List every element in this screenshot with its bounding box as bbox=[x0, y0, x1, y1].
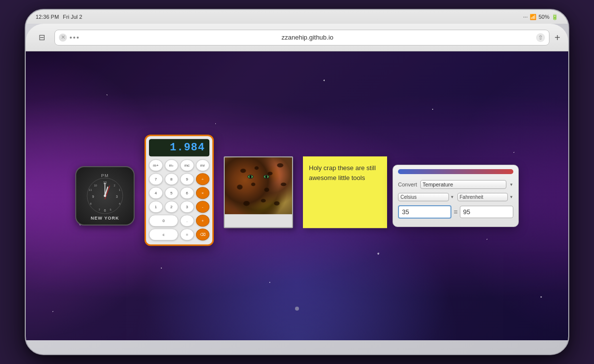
svg-text:9: 9 bbox=[92, 195, 94, 198]
svg-text:5: 5 bbox=[110, 208, 111, 211]
converter-input-row: = 95 bbox=[393, 203, 518, 221]
clock-city: NEW YORK bbox=[91, 216, 119, 221]
sidebar-icon: ⊟ bbox=[39, 33, 45, 42]
calc-btn-m-minus[interactable]: m- bbox=[165, 159, 179, 171]
screen: 12:36 PM Fri Jul 2 ··· 📶 50% 🔋 ⊟ bbox=[26, 10, 568, 340]
clock-ampm: PM bbox=[101, 173, 109, 178]
converter-type-row: Convert Temperature ▼ bbox=[393, 178, 518, 191]
dots-menu bbox=[70, 37, 79, 39]
new-tab-button[interactable]: + bbox=[554, 33, 560, 43]
leopard-eye-left bbox=[248, 175, 253, 179]
dot3 bbox=[77, 37, 79, 39]
clock-svg: 12 3 6 9 2 10 4 8 5 7 1 bbox=[85, 176, 125, 216]
wifi-icon: 📶 bbox=[530, 14, 537, 20]
calc-btn-3[interactable]: 3 bbox=[180, 201, 194, 213]
to-unit-select[interactable]: Fahrenheit bbox=[457, 193, 508, 201]
volume-down-button[interactable] bbox=[25, 94, 25, 114]
battery-display: 50% bbox=[539, 14, 549, 20]
url-display[interactable]: zzanehip.github.io bbox=[82, 34, 533, 41]
calc-btn-mc[interactable]: mc bbox=[180, 159, 194, 171]
sticky-note-text: Holy crap these are still awesome little… bbox=[309, 164, 376, 182]
sticky-note[interactable]: Holy crap these are still awesome little… bbox=[303, 156, 387, 228]
calc-btn-2[interactable]: 2 bbox=[165, 201, 179, 213]
ipad-device: 12:36 PM Fri Jul 2 ··· 📶 50% 🔋 ⊟ bbox=[25, 9, 569, 355]
calc-btn-minus[interactable]: - bbox=[196, 201, 210, 213]
svg-text:11: 11 bbox=[89, 188, 92, 191]
date-display: Fri Jul 2 bbox=[63, 14, 82, 20]
calc-btn-equals[interactable]: = bbox=[180, 228, 194, 240]
calc-btn-divide[interactable]: ÷ bbox=[196, 173, 210, 185]
clock-widget: PM 12 3 6 9 2 10 4 8 bbox=[75, 166, 135, 226]
photo-frame-bottom bbox=[225, 214, 292, 228]
svg-text:1: 1 bbox=[119, 188, 120, 191]
calc-btn-5[interactable]: 5 bbox=[165, 187, 179, 199]
calc-buttons: m+ m- mc mr 7 8 9 ÷ 4 5 6 × 1 bbox=[146, 159, 212, 240]
dot1 bbox=[70, 37, 72, 39]
converter-widget: Convert Temperature ▼ Celsius ▼ bbox=[393, 165, 519, 227]
equals-sign: = bbox=[453, 208, 457, 216]
calc-btn-4[interactable]: 4 bbox=[149, 187, 163, 199]
photo-widget bbox=[224, 156, 293, 228]
svg-text:7: 7 bbox=[99, 208, 100, 211]
calc-btn-c[interactable]: c bbox=[149, 228, 178, 240]
converter-gradient-bar bbox=[398, 169, 513, 174]
safari-toolbar: ⊟ ✕ zzanehip.github.io ⇧ + bbox=[26, 24, 568, 51]
status-left: 12:36 PM Fri Jul 2 bbox=[36, 14, 82, 20]
from-unit-arrow-icon: ▼ bbox=[450, 195, 454, 199]
safari-controls: ⊟ ✕ zzanehip.github.io ⇧ + bbox=[34, 30, 560, 46]
converter-type-select[interactable]: Temperature bbox=[420, 180, 507, 189]
clock-face: PM 12 3 6 9 2 10 4 8 bbox=[75, 166, 135, 226]
converter-unit-row: Celsius ▼ Fahrenheit ▼ bbox=[393, 191, 518, 203]
webpage-content: PM 12 3 6 9 2 10 4 8 bbox=[26, 51, 568, 340]
svg-text:3: 3 bbox=[116, 195, 118, 198]
svg-text:4: 4 bbox=[119, 202, 120, 205]
calculator-widget[interactable]: 1.984 m+ m- mc mr 7 8 9 ÷ 4 5 6 bbox=[145, 135, 214, 246]
battery-icon: 🔋 bbox=[551, 14, 558, 20]
calc-btn-1[interactable]: 1 bbox=[149, 201, 163, 213]
leopard-eye-right bbox=[263, 175, 269, 179]
dot2 bbox=[73, 37, 75, 39]
calc-btn-m-plus[interactable]: m+ bbox=[149, 159, 163, 171]
leopard-photo bbox=[225, 157, 292, 214]
calc-btn-dot[interactable]: . bbox=[180, 215, 194, 227]
calc-btn-mr[interactable]: mr bbox=[196, 159, 210, 171]
svg-text:2: 2 bbox=[114, 184, 115, 187]
status-right: ··· 📶 50% 🔋 bbox=[523, 14, 558, 20]
ipad-body: 12:36 PM Fri Jul 2 ··· 📶 50% 🔋 ⊟ bbox=[25, 9, 569, 355]
calc-btn-0[interactable]: 0 bbox=[149, 215, 178, 227]
svg-text:10: 10 bbox=[94, 184, 97, 187]
convert-label: Convert bbox=[398, 182, 417, 187]
status-bar: 12:36 PM Fri Jul 2 ··· 📶 50% 🔋 bbox=[26, 10, 568, 24]
calc-btn-plus[interactable]: + bbox=[196, 215, 210, 227]
calc-btn-7[interactable]: 7 bbox=[149, 173, 163, 185]
clear-button[interactable]: ✕ bbox=[59, 34, 67, 42]
from-value-input[interactable] bbox=[398, 205, 451, 219]
calc-btn-9[interactable]: 9 bbox=[180, 173, 194, 185]
svg-text:8: 8 bbox=[90, 202, 92, 205]
svg-point-16 bbox=[104, 195, 106, 197]
address-bar[interactable]: ✕ zzanehip.github.io ⇧ bbox=[54, 30, 549, 46]
to-value-display: 95 bbox=[460, 206, 513, 218]
select-arrow-icon: ▼ bbox=[509, 182, 513, 187]
share-icon[interactable]: ⇧ bbox=[536, 33, 545, 42]
calc-display: 1.984 bbox=[149, 139, 209, 156]
leopard-eyes bbox=[225, 175, 292, 179]
calc-btn-multiply[interactable]: × bbox=[196, 187, 210, 199]
calc-btn-8[interactable]: 8 bbox=[165, 173, 179, 185]
time-display: 12:36 PM bbox=[36, 14, 59, 20]
power-button[interactable] bbox=[569, 84, 569, 111]
volume-up-button[interactable] bbox=[25, 69, 25, 89]
widgets-area: PM 12 3 6 9 2 10 4 8 bbox=[26, 51, 568, 340]
calc-btn-6[interactable]: 6 bbox=[180, 187, 194, 199]
calc-btn-backspace[interactable]: ⌫ bbox=[196, 228, 210, 240]
svg-text:6: 6 bbox=[104, 209, 106, 212]
sidebar-button[interactable]: ⊟ bbox=[34, 31, 50, 45]
from-unit-select[interactable]: Celsius bbox=[398, 193, 449, 201]
to-unit-arrow-icon: ▼ bbox=[509, 195, 513, 199]
signal-dots: ··· bbox=[523, 14, 528, 20]
center-dot bbox=[295, 307, 299, 311]
